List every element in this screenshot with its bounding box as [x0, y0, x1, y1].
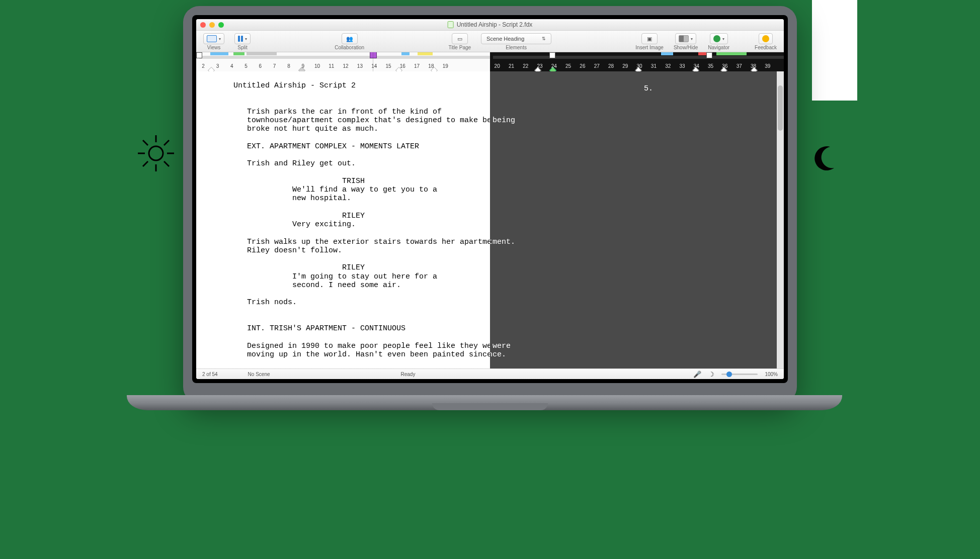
beat-number: 28: [604, 63, 618, 69]
app-window: Untitled Airship - Script 2.fdx ▾ Views …: [196, 19, 784, 379]
beat-number: 30: [632, 63, 646, 69]
beat-number: 8: [282, 63, 296, 69]
views-group: ▾ Views: [198, 31, 229, 52]
beat-number: 38: [746, 63, 760, 69]
beat-number: 10: [310, 63, 324, 69]
page-indicator: 2 of 54: [202, 371, 218, 377]
window-controls: [200, 22, 224, 28]
beat-number: 26: [576, 63, 590, 69]
beat-number: 33: [675, 63, 689, 69]
beat-number: 22: [519, 63, 533, 69]
beat-number: 39: [761, 63, 775, 69]
beat-board-light[interactable]: 2345678910111213141516171819: [196, 52, 490, 72]
scrollbar-thumb[interactable]: [778, 85, 783, 131]
beat-number: 25: [561, 63, 575, 69]
beat-number: 19: [438, 63, 452, 69]
views-label: Views: [207, 45, 221, 50]
feedback-button[interactable]: [759, 33, 773, 44]
collaboration-button[interactable]: 👥: [342, 33, 358, 44]
beat-board-dark[interactable]: 2021222324252627282930313233343536373839: [490, 52, 784, 72]
beat-number: 11: [324, 63, 339, 69]
editor-area[interactable]: Untitled Airship - Script 2 Trish parks …: [196, 71, 784, 369]
elements-label: Elements: [506, 45, 527, 50]
beat-number: 24: [547, 63, 561, 69]
editor-dark[interactable]: 5. Untitled Airship - Script 2 Trish par…: [490, 71, 784, 369]
zoom-value: 100%: [765, 371, 778, 377]
beat-number: 3: [210, 63, 224, 69]
sun-icon: [136, 133, 176, 175]
night-mode-icon[interactable]: ☽: [708, 370, 714, 378]
window-title-text: Untitled Airship - Script 2.fdx: [457, 21, 533, 28]
beat-number: 29: [618, 63, 632, 69]
insert-image-group: ▣ Insert Image: [630, 31, 669, 52]
page-number: 5.: [644, 84, 653, 93]
beat-number: 27: [590, 63, 604, 69]
dictation-icon[interactable]: 🎤: [693, 370, 701, 378]
marketing-canvas: Untitled Airship - Script 2.fdx ▾ Views …: [123, 0, 857, 419]
title-page-button[interactable]: ▭: [452, 33, 468, 44]
feedback-group: Feedback: [750, 31, 782, 52]
views-button[interactable]: ▾: [203, 33, 224, 44]
split-label: Split: [237, 45, 247, 50]
title-page-group: ▭ Title Page: [443, 31, 476, 52]
image-icon: ▣: [645, 35, 654, 42]
editor-light[interactable]: Untitled Airship - Script 2 Trish parks …: [196, 71, 490, 369]
scene-indicator: No Scene: [248, 371, 270, 377]
decorative-white-block: [812, 0, 857, 101]
screen-bezel: Untitled Airship - Script 2.fdx ▾ Views …: [192, 15, 788, 383]
minimize-button[interactable]: [209, 22, 215, 28]
window-title: Untitled Airship - Script 2.fdx: [448, 21, 533, 28]
element-type-value: Scene Heading: [486, 36, 524, 42]
beat-board[interactable]: 2345678910111213141516171819: [196, 52, 784, 73]
beat-number: 23: [533, 63, 547, 69]
page-icon: ▭: [455, 35, 464, 42]
beat-number: 15: [381, 63, 395, 69]
beat-number: 17: [410, 63, 424, 69]
moon-icon: [810, 143, 837, 178]
show-hide-icon: [679, 35, 689, 42]
beat-number: 13: [353, 63, 367, 69]
show-hide-group: ▾ Show/Hide: [669, 31, 703, 52]
beat-number: 37: [732, 63, 746, 69]
svg-line-6: [164, 161, 169, 166]
elements-group: Scene Heading ⇅ Elements: [476, 31, 556, 52]
beat-number: 12: [339, 63, 353, 69]
navigator-group: ▾ Navigator: [703, 31, 734, 52]
fullscreen-button[interactable]: [218, 22, 224, 28]
collaboration-label: Collaboration: [335, 45, 364, 50]
split-button[interactable]: ▾: [234, 33, 251, 44]
show-hide-button[interactable]: ▾: [675, 33, 696, 44]
title-page-label: Title Page: [448, 45, 471, 50]
element-type-select[interactable]: Scene Heading ⇅: [481, 33, 551, 44]
insert-image-label: Insert Image: [635, 45, 664, 50]
navigator-button[interactable]: ▾: [710, 33, 728, 44]
beat-number: 18: [424, 63, 438, 69]
svg-point-0: [149, 146, 163, 160]
feedback-label: Feedback: [755, 45, 777, 50]
navigator-label: Navigator: [708, 45, 729, 50]
vertical-scrollbar[interactable]: [777, 71, 784, 369]
beat-number: 20: [490, 63, 504, 69]
show-hide-label: Show/Hide: [674, 45, 698, 50]
svg-line-8: [164, 140, 169, 145]
beat-number: 36: [718, 63, 732, 69]
status-text: Ready: [401, 371, 416, 377]
compass-icon: [713, 35, 720, 42]
beat-number: 34: [689, 63, 703, 69]
titlebar: Untitled Airship - Script 2.fdx: [196, 19, 784, 31]
close-button[interactable]: [200, 22, 206, 28]
people-icon: 👥: [345, 35, 354, 42]
beat-number: 7: [267, 63, 281, 69]
insert-image-button[interactable]: ▣: [641, 33, 658, 44]
beat-number: 9: [296, 63, 310, 69]
beat-number: 32: [661, 63, 675, 69]
beat-number: 16: [395, 63, 410, 69]
split-group: ▾ Split: [229, 31, 256, 52]
beat-number: 21: [504, 63, 518, 69]
beat-number: 31: [646, 63, 661, 69]
status-bar: 2 of 54 No Scene Ready 🎤 ☽ 100%: [196, 368, 784, 379]
collaboration-group: 👥 Collaboration: [330, 31, 369, 52]
beat-number: 5: [239, 63, 253, 69]
zoom-slider[interactable]: [721, 374, 758, 375]
svg-line-7: [143, 161, 148, 166]
